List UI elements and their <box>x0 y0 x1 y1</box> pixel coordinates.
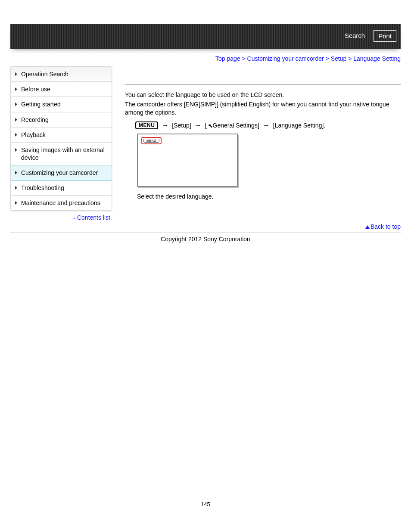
divider <box>125 84 401 85</box>
menu-badge-icon: MENU <box>135 121 158 129</box>
sidebar-item-troubleshooting[interactable]: Troubleshooting <box>11 180 112 196</box>
print-button[interactable]: Print <box>374 30 396 42</box>
contents-list-link[interactable]: Contents list <box>77 214 110 221</box>
paragraph: You can select the language to be used o… <box>125 91 401 100</box>
menu-path: MENU → [Setup] → [General Settings] → [L… <box>135 121 401 129</box>
arrow-right-icon: → <box>70 215 76 221</box>
arrow-right-icon: → <box>263 122 270 129</box>
breadcrumb-current: Language Setting <box>353 55 401 62</box>
main-content: You can select the language to be used o… <box>125 66 401 200</box>
arrow-right-icon: → <box>195 122 202 129</box>
breadcrumb: Top page > Customizing your camcorder > … <box>0 49 411 62</box>
copyright-text: Copyright 2012 Sony Corporation <box>0 233 411 260</box>
path-step: [General Settings] <box>205 122 259 129</box>
lcd-screen-illustration: MENU <box>137 134 238 187</box>
paragraph: The camcorder offers [ENG[SIMP]] (simpli… <box>125 100 401 117</box>
sidebar-nav: Operation Search Before use Getting star… <box>10 66 112 211</box>
page-number: 145 <box>0 260 411 516</box>
back-to-top-link[interactable]: Back to top <box>371 223 401 230</box>
header-banner: Search Print <box>10 24 401 49</box>
sidebar-item-operation-search[interactable]: Operation Search <box>11 67 112 82</box>
breadcrumb-link[interactable]: Customizing your camcorder <box>247 55 324 62</box>
breadcrumb-sep: > <box>326 55 329 62</box>
sidebar-item-customizing[interactable]: Customizing your camcorder <box>10 165 112 180</box>
sidebar-item-recording[interactable]: Recording <box>11 112 112 128</box>
path-step: [Language Setting]. <box>273 122 325 129</box>
breadcrumb-link[interactable]: Top page <box>215 55 240 62</box>
sidebar-item-getting-started[interactable]: Getting started <box>11 97 112 112</box>
wrench-icon <box>207 122 213 129</box>
sidebar-item-playback[interactable]: Playback <box>11 128 112 143</box>
sidebar-item-saving-images[interactable]: Saving images with an external device <box>11 143 112 165</box>
menu-highlight-icon: MENU <box>141 137 162 144</box>
breadcrumb-sep: > <box>242 55 245 62</box>
search-button[interactable]: Search <box>340 30 370 42</box>
breadcrumb-sep: > <box>348 55 352 62</box>
instruction-text: Select the desired language. <box>137 193 401 200</box>
sidebar-item-before-use[interactable]: Before use <box>11 82 112 97</box>
triangle-up-icon <box>365 225 370 229</box>
arrow-right-icon: → <box>162 122 168 129</box>
breadcrumb-link[interactable]: Setup <box>331 55 347 62</box>
path-step: [Setup] <box>172 122 191 129</box>
sidebar-item-maintenance[interactable]: Maintenance and precautions <box>11 196 112 210</box>
